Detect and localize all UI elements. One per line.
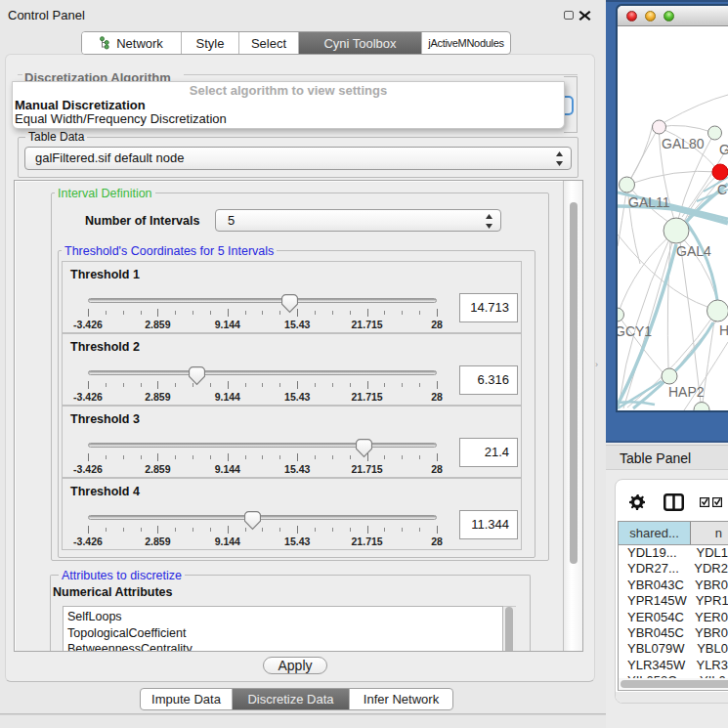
svg-text:GAL4: GAL4 — [676, 243, 711, 259]
svg-text:HAP2: HAP2 — [668, 384, 705, 400]
svg-text:GAL11: GAL11 — [628, 194, 670, 210]
svg-text:H: H — [719, 322, 728, 338]
svg-text:G.: G. — [719, 142, 728, 157]
svg-text:GCY1: GCY1 — [618, 323, 652, 339]
svg-text:C: C — [717, 182, 727, 197]
svg-text:GAL80: GAL80 — [662, 136, 705, 151]
